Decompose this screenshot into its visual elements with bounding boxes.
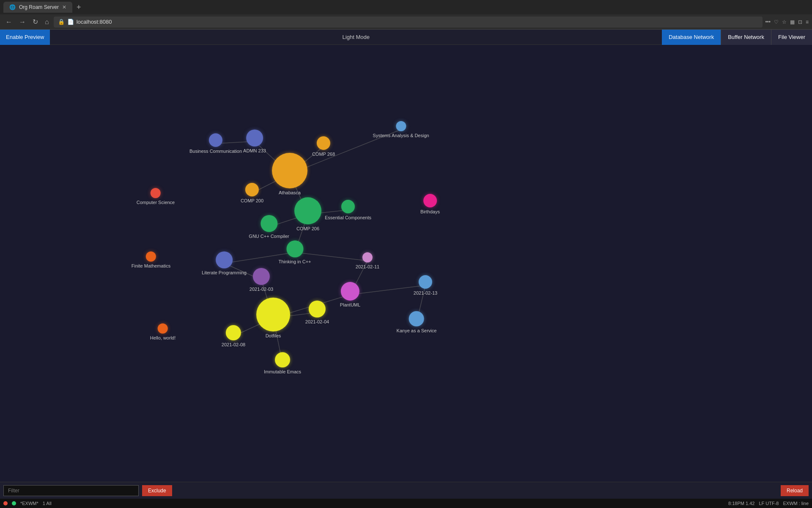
node-label-immutable-emacs: Immutable Emacs bbox=[264, 369, 301, 374]
split-icon[interactable]: ⊡ bbox=[798, 19, 802, 25]
node-business-communication[interactable]: Business Communication bbox=[189, 133, 242, 154]
node-label-plantUML: PlantUML bbox=[340, 302, 360, 307]
close-tab-button[interactable]: ✕ bbox=[62, 4, 66, 10]
reading-icon[interactable]: ▦ bbox=[790, 19, 795, 25]
reload-button[interactable]: Reload bbox=[781, 485, 809, 496]
node-systems-analysis[interactable]: Systems Analysis & Design bbox=[373, 121, 429, 138]
node-2021-02-04[interactable]: 2021-02-04 bbox=[305, 301, 329, 324]
active-tab[interactable]: 🌐 Org Roam Server ✕ bbox=[3, 2, 72, 13]
node-2021-02-08[interactable]: 2021-02-08 bbox=[222, 325, 245, 347]
status-dot-red bbox=[3, 501, 8, 505]
node-dotfiles[interactable]: Dotfiles bbox=[256, 298, 290, 338]
node-label-2021-02-03: 2021-02-03 bbox=[250, 287, 273, 292]
page-icon: 📄 bbox=[67, 19, 74, 25]
node-computer-science[interactable]: Computer Science bbox=[137, 188, 175, 205]
node-2021-02-13[interactable]: 2021-02-13 bbox=[414, 275, 437, 295]
star-icon[interactable]: ☆ bbox=[782, 19, 787, 25]
node-label-systems-analysis: Systems Analysis & Design bbox=[373, 133, 429, 138]
node-comp-206[interactable]: COMP 206 bbox=[294, 197, 321, 231]
node-plantUML[interactable]: PlantUML bbox=[340, 282, 360, 307]
node-label-kanye-service: Kanye as a Service bbox=[397, 328, 437, 333]
node-label-finite-mathematics: Finite Mathematics bbox=[132, 263, 170, 268]
status-encoding: LF UTF-8 bbox=[759, 501, 779, 506]
node-thinking-cpp[interactable]: Thinking in C++ bbox=[278, 240, 311, 264]
node-2021-02-03[interactable]: 2021-02-03 bbox=[250, 268, 273, 292]
node-label-2021-02-13: 2021-02-13 bbox=[414, 290, 437, 295]
node-label-thinking-cpp: Thinking in C++ bbox=[278, 259, 311, 264]
node-label-birthdays: Birthdays bbox=[420, 209, 440, 214]
status-time: 8:18PM 1.42 bbox=[728, 501, 754, 506]
more-icon[interactable]: ••• bbox=[765, 19, 771, 25]
node-comp-200[interactable]: COMP 200 bbox=[241, 183, 263, 203]
node-label-admn-233: ADMN 233 bbox=[243, 148, 266, 153]
forward-button[interactable]: → bbox=[17, 17, 28, 27]
node-birthdays[interactable]: Birthdays bbox=[420, 194, 440, 214]
exclude-button[interactable]: Exclude bbox=[142, 485, 172, 496]
workspace-indicator: *EXWM* bbox=[20, 501, 38, 506]
bottom-controls: Exclude Reload bbox=[0, 482, 812, 499]
node-label-comp-268: COMP 268 bbox=[312, 152, 335, 157]
node-kanye-service[interactable]: Kanye as a Service bbox=[397, 311, 437, 333]
edges-layer bbox=[0, 45, 812, 494]
browser-nav-bar: ← → ↻ ⌂ 🔒 📄 localhost:8080 ••• ♡ ☆ ▦ ⊡ ≡ bbox=[0, 14, 812, 30]
node-label-essential-components: Essential Components bbox=[325, 215, 371, 220]
node-2021-02-11[interactable]: 2021-02-11 bbox=[356, 252, 379, 269]
new-tab-button[interactable]: + bbox=[74, 3, 84, 12]
tab-file-viewer[interactable]: File Viewer bbox=[771, 30, 812, 45]
node-label-comp-200: COMP 200 bbox=[241, 198, 263, 203]
status-dot-green bbox=[12, 501, 16, 505]
status-bar: *EXWM* 1 All 8:18PM 1.42 LF UTF-8 EXWM :… bbox=[0, 499, 812, 508]
address-bar[interactable]: 🔒 📄 localhost:8080 bbox=[54, 17, 763, 28]
node-finite-mathematics[interactable]: Finite Mathematics bbox=[132, 251, 170, 268]
node-label-hello-world: Hello, world! bbox=[150, 335, 176, 340]
node-label-athabasca: Athabasca bbox=[279, 190, 301, 195]
node-immutable-emacs[interactable]: Immutable Emacs bbox=[264, 352, 301, 374]
node-comp-268[interactable]: COMP 268 bbox=[312, 136, 335, 157]
browser-actions: ••• ♡ ☆ ▦ ⊡ ≡ bbox=[765, 19, 809, 25]
node-label-computer-science: Computer Science bbox=[137, 200, 175, 205]
node-label-gnu-cpp: GNU C++ Compiler bbox=[249, 234, 289, 239]
node-label-2021-02-08: 2021-02-08 bbox=[222, 342, 245, 347]
app-toolbar: Enable Preview Light Mode Database Netwo… bbox=[0, 30, 812, 45]
tab-database-network[interactable]: Database Network bbox=[662, 30, 721, 45]
nav-tabs: Database Network Buffer Network File Vie… bbox=[662, 30, 812, 45]
node-label-literate-programming: Literate Programming bbox=[202, 270, 247, 275]
security-icon: 🔒 bbox=[58, 19, 65, 25]
network-canvas: Business CommunicationADMN 233COMP 268Sy… bbox=[0, 45, 812, 494]
node-label-2021-02-11: 2021-02-11 bbox=[356, 264, 379, 269]
node-athabasca[interactable]: Athabasca bbox=[272, 153, 307, 195]
reload-browser-button[interactable]: ↻ bbox=[30, 17, 40, 27]
desktop-indicator: 1 All bbox=[43, 501, 52, 506]
node-label-comp-206: COMP 206 bbox=[296, 226, 319, 231]
node-essential-components[interactable]: Essential Components bbox=[325, 200, 371, 220]
node-label-dotfiles: Dotfiles bbox=[266, 333, 281, 338]
node-label-business-communication: Business Communication bbox=[189, 149, 242, 154]
light-mode-label: Light Mode bbox=[50, 34, 662, 40]
home-button[interactable]: ⌂ bbox=[43, 17, 51, 27]
bookmark-icon[interactable]: ♡ bbox=[774, 19, 779, 25]
node-literate-programming[interactable]: Literate Programming bbox=[202, 251, 247, 275]
tab-buffer-network[interactable]: Buffer Network bbox=[721, 30, 771, 45]
enable-preview-button[interactable]: Enable Preview bbox=[0, 30, 50, 45]
filter-input[interactable] bbox=[3, 485, 139, 496]
url-display: localhost:8080 bbox=[77, 19, 112, 25]
node-admn-233[interactable]: ADMN 233 bbox=[243, 130, 266, 153]
node-hello-world[interactable]: Hello, world! bbox=[150, 323, 176, 340]
menu-icon[interactable]: ≡ bbox=[806, 19, 809, 25]
back-button[interactable]: ← bbox=[3, 17, 14, 27]
status-mode: EXWM : line bbox=[783, 501, 809, 506]
tab-title: Org Roam Server bbox=[19, 4, 59, 10]
tab-favicon: 🌐 bbox=[9, 4, 16, 10]
node-label-2021-02-04: 2021-02-04 bbox=[305, 319, 329, 324]
node-gnu-cpp[interactable]: GNU C++ Compiler bbox=[249, 215, 289, 239]
tab-bar: 🌐 Org Roam Server ✕ + bbox=[0, 0, 812, 14]
